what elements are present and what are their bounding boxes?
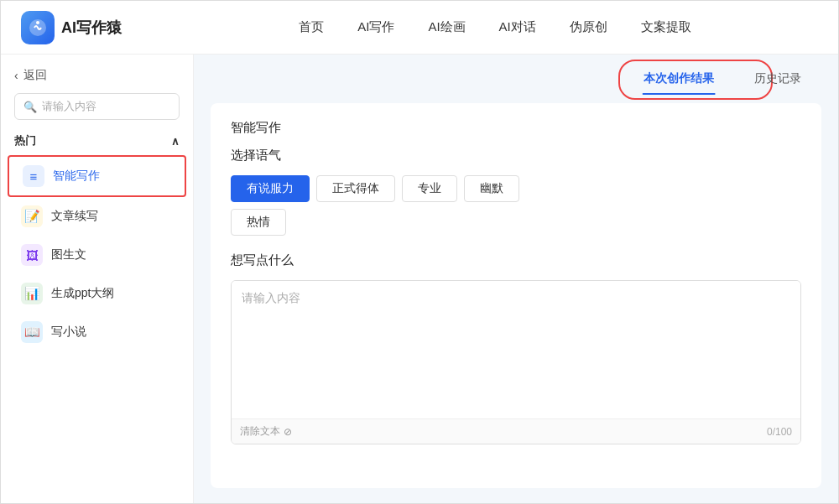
- tone-persuasive[interactable]: 有说服力: [231, 175, 310, 202]
- main-area: 本次创作结果 历史记录 智能写作 选择语气 有说服力 正式得体: [194, 55, 838, 504]
- tone-professional[interactable]: 专业: [402, 175, 457, 202]
- article-continue-icon: 📝: [21, 205, 43, 227]
- write-label: 想写点什么: [231, 252, 801, 268]
- clear-text-button[interactable]: 清除文本 ⊘: [240, 424, 292, 439]
- tabs-bar: 本次创作结果 历史记录: [194, 55, 838, 93]
- back-label: 返回: [23, 68, 47, 83]
- textarea-wrapper: 清除文本 ⊘ 0/100: [231, 280, 801, 444]
- smart-write-label: 智能写作: [53, 169, 100, 184]
- logo-area: AI写作猿: [21, 11, 122, 44]
- section-title: 热门 ∧: [1, 133, 193, 155]
- sidebar-item-ppt-outline[interactable]: 📊 生成ppt大纲: [8, 274, 186, 313]
- write-novel-label: 写小说: [51, 325, 86, 340]
- nav-copy-extract[interactable]: 文案提取: [641, 16, 691, 39]
- ppt-outline-label: 生成ppt大纲: [51, 286, 114, 301]
- layout: ‹ 返回 🔍 请输入内容 热门 ∧ ≡ 智能写作 ← 📝 文章续写 🖼 图生文 …: [1, 55, 838, 504]
- sidebar-item-write-novel[interactable]: 📖 写小说: [8, 313, 186, 351]
- image-to-text-label: 图生文: [51, 247, 86, 262]
- top-nav: AI写作猿 首页 AI写作 AI绘画 AI对话 伪原创 文案提取: [1, 1, 838, 55]
- collapse-icon[interactable]: ∧: [171, 135, 180, 148]
- sidebar-item-image-to-text[interactable]: 🖼 图生文: [8, 236, 186, 274]
- sidebar: ‹ 返回 🔍 请输入内容 热门 ∧ ≡ 智能写作 ← 📝 文章续写 🖼 图生文 …: [1, 55, 194, 504]
- write-section: 想写点什么 清除文本 ⊘ 0/100: [231, 252, 801, 444]
- app-title: AI写作猿: [61, 18, 122, 38]
- tone-humor[interactable]: 幽默: [464, 175, 519, 202]
- char-count: 0/100: [767, 426, 792, 438]
- tab-current-result[interactable]: 本次创作结果: [627, 65, 731, 93]
- search-box[interactable]: 🔍 请输入内容: [14, 93, 180, 120]
- nav-ai-chat[interactable]: AI对话: [499, 16, 536, 39]
- nav-ai-draw[interactable]: AI绘画: [428, 16, 465, 39]
- image-to-text-icon: 🖼: [21, 244, 43, 266]
- arrow-indicator-icon: ←: [0, 167, 1, 186]
- sidebar-item-smart-write[interactable]: ≡ 智能写作 ←: [8, 155, 186, 197]
- textarea-footer: 清除文本 ⊘ 0/100: [232, 418, 800, 444]
- tone-section: 选择语气 有说服力 正式得体 专业 幽默: [231, 148, 801, 236]
- svg-point-1: [36, 21, 39, 24]
- tone-passionate[interactable]: 热情: [231, 209, 286, 236]
- write-textarea[interactable]: [232, 281, 800, 415]
- nav-anti-plagiarism[interactable]: 伪原创: [570, 16, 607, 39]
- content-area: 智能写作 选择语气 有说服力 正式得体 专业 幽默: [211, 103, 821, 488]
- tone-buttons: 有说服力 正式得体 专业 幽默: [231, 175, 801, 202]
- tone-label: 选择语气: [231, 148, 801, 164]
- logo-icon: [21, 11, 55, 44]
- nav-home[interactable]: 首页: [299, 16, 324, 39]
- clear-icon: ⊘: [284, 426, 292, 438]
- article-continue-label: 文章续写: [51, 209, 98, 224]
- smart-write-icon: ≡: [23, 165, 44, 187]
- write-novel-icon: 📖: [21, 321, 43, 343]
- search-icon: 🔍: [23, 101, 37, 113]
- sidebar-item-article-continue[interactable]: 📝 文章续写: [8, 197, 186, 236]
- back-chevron: ‹: [14, 69, 18, 82]
- ppt-outline-icon: 📊: [21, 283, 43, 304]
- nav-ai-write[interactable]: AI写作: [357, 16, 394, 39]
- back-button[interactable]: ‹ 返回: [1, 68, 193, 93]
- nav-links: 首页 AI写作 AI绘画 AI对话 伪原创 文案提取: [172, 16, 818, 39]
- section-title-smart-write: 智能写作: [231, 120, 801, 136]
- tab-history[interactable]: 历史记录: [737, 65, 818, 93]
- search-placeholder: 请输入内容: [42, 99, 96, 114]
- tone-buttons-row2: 热情: [231, 209, 801, 236]
- tone-formal[interactable]: 正式得体: [316, 175, 395, 202]
